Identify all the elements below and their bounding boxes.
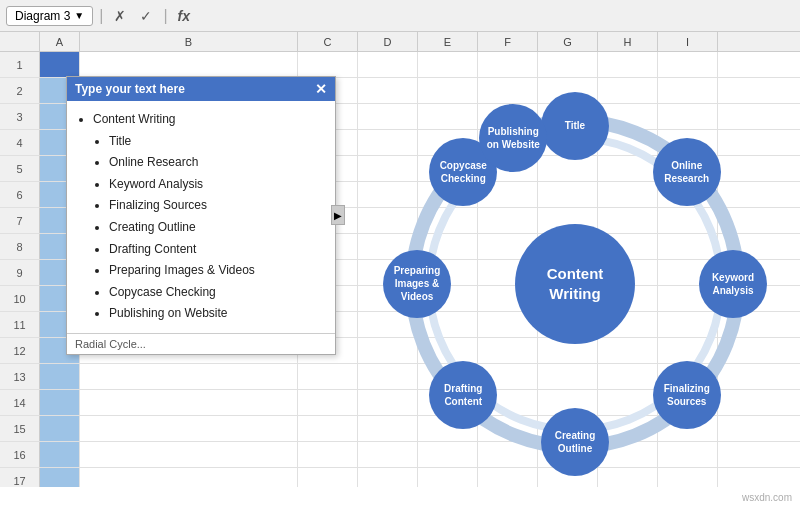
diagram-name-label: Diagram 3 bbox=[15, 9, 70, 23]
confirm-button[interactable]: ✓ bbox=[135, 6, 157, 26]
column-headers: A B C D E F G H I bbox=[0, 32, 800, 52]
satellite-circle: OnlineResearch bbox=[653, 138, 721, 206]
text-panel-title: Type your text here bbox=[75, 82, 185, 96]
cell-c1[interactable] bbox=[298, 52, 358, 77]
list-item: Publishing on Website bbox=[109, 303, 323, 325]
col-header-a[interactable]: A bbox=[40, 32, 80, 51]
satellite-circle: DraftingContent bbox=[429, 361, 497, 429]
text-panel-close-button[interactable]: ✕ bbox=[315, 82, 327, 96]
satellite-circle: PreparingImages &Videos bbox=[383, 250, 451, 318]
col-header-e[interactable]: E bbox=[418, 32, 478, 51]
diagram-name-box[interactable]: Diagram 3 ▼ bbox=[6, 6, 93, 26]
separator-1: | bbox=[99, 7, 103, 25]
row-num: 2 bbox=[0, 78, 40, 103]
title-bar: Diagram 3 ▼ | ✗ ✓ | fx bbox=[0, 0, 800, 32]
col-header-i[interactable]: I bbox=[658, 32, 718, 51]
text-panel-footer: Radial Cycle... bbox=[67, 333, 335, 354]
list-item: Title bbox=[109, 131, 323, 153]
expand-panel-button[interactable]: ▶ bbox=[331, 205, 345, 225]
list-item: Online Research bbox=[109, 152, 323, 174]
radial-diagram: ContentWriting TitleOnlineResearchKeywor… bbox=[365, 74, 785, 494]
text-panel-content: Content Writing TitleOnline ResearchKeyw… bbox=[67, 101, 335, 333]
list-item: Keyword Analysis bbox=[109, 174, 323, 196]
row-num: 1 bbox=[0, 52, 40, 77]
col-header-d[interactable]: D bbox=[358, 32, 418, 51]
satellite-circle: CreatingOutline bbox=[541, 408, 609, 476]
cell-a1[interactable] bbox=[40, 52, 80, 77]
col-header-g[interactable]: G bbox=[538, 32, 598, 51]
cancel-button[interactable]: ✗ bbox=[109, 6, 131, 26]
list-item: Creating Outline bbox=[109, 217, 323, 239]
diagram-area: ContentWriting TitleOnlineResearchKeywor… bbox=[350, 56, 800, 511]
col-header-f[interactable]: F bbox=[478, 32, 538, 51]
radial-cycle-label: Radial Cycle... bbox=[75, 338, 146, 350]
corner-cell bbox=[0, 32, 40, 51]
center-circle-label: ContentWriting bbox=[547, 264, 604, 303]
center-circle: ContentWriting bbox=[515, 224, 635, 344]
separator-2: | bbox=[163, 7, 167, 25]
col-header-c[interactable]: C bbox=[298, 32, 358, 51]
col-header-b[interactable]: B bbox=[80, 32, 298, 51]
satellite-circle: Title bbox=[541, 92, 609, 160]
satellite-circle: Publishingon Website bbox=[479, 104, 547, 172]
list-item: Drafting Content bbox=[109, 239, 323, 261]
root-item: Content Writing TitleOnline ResearchKeyw… bbox=[93, 109, 323, 325]
text-panel: Type your text here ✕ Content Writing Ti… bbox=[66, 76, 336, 355]
text-panel-header: Type your text here ✕ bbox=[67, 77, 335, 101]
list-item: Preparing Images & Videos bbox=[109, 260, 323, 282]
sub-items-list: TitleOnline ResearchKeyword AnalysisFina… bbox=[93, 131, 323, 325]
satellite-circle: FinalizingSources bbox=[653, 361, 721, 429]
list-item: Copycase Checking bbox=[109, 282, 323, 304]
satellite-circle: KeywordAnalysis bbox=[699, 250, 767, 318]
col-header-h[interactable]: H bbox=[598, 32, 658, 51]
dropdown-icon[interactable]: ▼ bbox=[74, 10, 84, 21]
cell-b1[interactable] bbox=[80, 52, 298, 77]
list-item: Finalizing Sources bbox=[109, 195, 323, 217]
watermark: wsxdn.com bbox=[742, 492, 792, 503]
fx-icon: fx bbox=[174, 8, 194, 24]
